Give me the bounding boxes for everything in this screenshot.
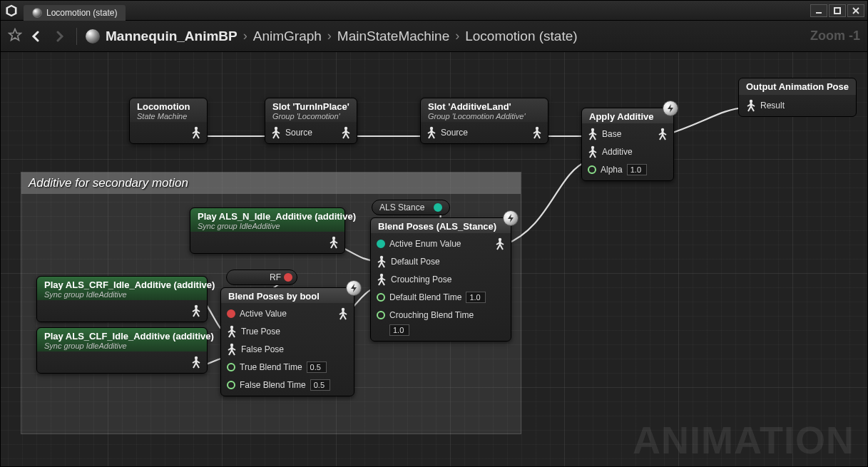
false-blend-value[interactable]: 0.5 <box>310 379 330 391</box>
float-input-pin[interactable] <box>377 311 385 319</box>
pose-output-pin[interactable] <box>658 128 668 140</box>
node-title: Blend Poses (ALS_Stance) <box>378 221 504 232</box>
pose-input-pin[interactable] <box>377 273 387 286</box>
pose-output-pin[interactable] <box>495 237 505 250</box>
svg-line-10 <box>196 133 199 138</box>
node-title: Blend Poses by bool <box>228 291 347 302</box>
pin-label-active-enum: Active Enum Value <box>389 239 461 249</box>
svg-line-45 <box>590 153 593 158</box>
pin-label-false-pose: False Pose <box>241 344 284 354</box>
svg-point-47 <box>661 128 664 131</box>
titlebar: Locomotion (state) <box>1 1 867 21</box>
enum-input-pin[interactable] <box>377 240 385 248</box>
node-slot-additiveland[interactable]: Slot 'AdditiveLand' Group 'Locomotion Ad… <box>420 98 548 144</box>
svg-point-41 <box>591 146 594 149</box>
nav-forward-button[interactable] <box>51 28 68 45</box>
pose-output-pin[interactable] <box>329 236 339 249</box>
toolbar: Mannequin_AnimBP › AnimGraph › MainState… <box>1 21 867 52</box>
variable-als-stance[interactable]: ALS Stance <box>372 200 450 215</box>
maximize-button[interactable] <box>829 4 846 17</box>
pose-output-pin[interactable] <box>191 356 201 369</box>
pose-input-pin[interactable] <box>588 128 598 140</box>
node-play-n-idle[interactable]: Play ALS_N_Idle_Additive (additive) Sync… <box>190 207 345 254</box>
tab-locomotion[interactable]: Locomotion (state) <box>24 5 126 21</box>
svg-line-28 <box>432 133 434 138</box>
float-input-pin[interactable] <box>227 381 235 389</box>
pin-label-active-value: Active Value <box>240 309 287 319</box>
node-title: Locomotion <box>137 101 200 112</box>
crumb-locomotion[interactable]: Locomotion (state) <box>465 29 577 44</box>
crumb-animgraph[interactable]: AnimGraph <box>253 29 322 44</box>
node-title: Slot 'AdditiveLand' <box>428 101 541 112</box>
node-blend-by-bool[interactable]: Blend Poses by bool Active Value True Po… <box>220 287 354 396</box>
svg-point-95 <box>230 326 233 329</box>
float-input-pin[interactable] <box>227 363 235 371</box>
crumb-root[interactable]: Mannequin_AnimBP <box>106 29 238 44</box>
crouching-blend-value[interactable]: 1.0 <box>389 324 409 336</box>
node-output-pose[interactable]: Output Animation Pose Result <box>738 78 857 117</box>
pose-input-pin[interactable] <box>271 126 281 139</box>
svg-line-27 <box>429 133 432 138</box>
graph-canvas[interactable]: ANIMATION Additive for secondary motion … <box>1 52 867 466</box>
node-subtitle: Group 'Locomotion' <box>272 112 349 120</box>
bool-output-pin[interactable] <box>284 273 292 282</box>
pose-input-pin[interactable] <box>227 325 237 338</box>
comment-title[interactable]: Additive for secondary motion <box>21 173 521 194</box>
minimize-button[interactable] <box>810 4 827 17</box>
pin-label-source: Source <box>285 128 312 138</box>
alpha-value[interactable]: 1.0 <box>627 164 647 175</box>
svg-line-51 <box>660 135 663 140</box>
svg-rect-1 <box>834 8 840 14</box>
pose-output-pin[interactable] <box>341 126 351 139</box>
pose-output-pin[interactable] <box>338 307 348 320</box>
pose-output-pin[interactable] <box>191 304 201 317</box>
toolbar-divider <box>76 28 77 45</box>
close-button[interactable] <box>847 4 864 17</box>
node-play-crf-idle[interactable]: Play ALS_CRF_Idle_Additive (additive) Sy… <box>36 276 208 322</box>
svg-point-89 <box>195 356 198 359</box>
pose-input-pin[interactable] <box>377 255 387 268</box>
crumb-mainstatemachine[interactable]: MainStateMachine <box>337 29 449 44</box>
node-locomotion[interactable]: Locomotion State Machine <box>129 98 208 144</box>
pin-label-true-pose: True Pose <box>241 327 280 337</box>
svg-point-17 <box>344 127 347 130</box>
default-blend-value[interactable]: 1.0 <box>466 292 486 303</box>
node-subtitle: Sync group IdleAdditive <box>198 222 337 230</box>
svg-line-105 <box>229 350 232 355</box>
pose-input-pin[interactable] <box>588 145 598 158</box>
fast-path-icon <box>663 101 678 116</box>
float-input-pin[interactable] <box>588 165 596 174</box>
node-blend-stance[interactable]: Blend Poses (ALS_Stance) Active Enum Val… <box>370 217 511 342</box>
favorite-icon[interactable] <box>8 28 22 44</box>
node-apply-additive[interactable]: Apply Additive Base Additive Alpha1.0 <box>581 108 674 181</box>
fast-path-icon <box>503 210 519 226</box>
pose-input-pin[interactable] <box>746 99 756 112</box>
svg-line-46 <box>593 153 596 158</box>
fast-path-icon <box>346 280 362 296</box>
true-blend-value[interactable]: 0.5 <box>307 361 327 373</box>
pose-output-pin[interactable] <box>191 126 201 139</box>
variable-rf[interactable]: RF <box>226 270 297 285</box>
svg-point-35 <box>591 128 594 131</box>
pose-input-pin[interactable] <box>427 126 436 139</box>
node-slot-turninplace[interactable]: Slot 'TurnInPlace' Group 'Locomotion' So… <box>265 98 357 144</box>
pin-label-false-blend: False Blend Time <box>240 380 306 390</box>
svg-line-99 <box>229 332 232 337</box>
node-subtitle: State Machine <box>137 112 200 120</box>
node-play-clf-idle[interactable]: Play ALS_CLF_Idle_Additive (additive) Sy… <box>36 327 208 374</box>
bool-input-pin[interactable] <box>227 309 235 318</box>
svg-point-77 <box>499 238 501 241</box>
svg-line-76 <box>382 280 384 285</box>
float-input-pin[interactable] <box>377 293 385 302</box>
nav-back-button[interactable] <box>28 28 45 45</box>
svg-line-52 <box>663 135 665 140</box>
enum-output-pin[interactable] <box>434 203 442 212</box>
svg-line-75 <box>379 280 382 285</box>
pose-output-pin[interactable] <box>532 126 542 139</box>
pose-input-pin[interactable] <box>227 343 237 356</box>
svg-point-5 <box>195 127 198 130</box>
svg-line-39 <box>590 135 593 140</box>
node-title: Slot 'TurnInPlace' <box>272 101 349 112</box>
svg-line-22 <box>346 133 349 138</box>
unreal-logo-icon <box>4 3 19 19</box>
